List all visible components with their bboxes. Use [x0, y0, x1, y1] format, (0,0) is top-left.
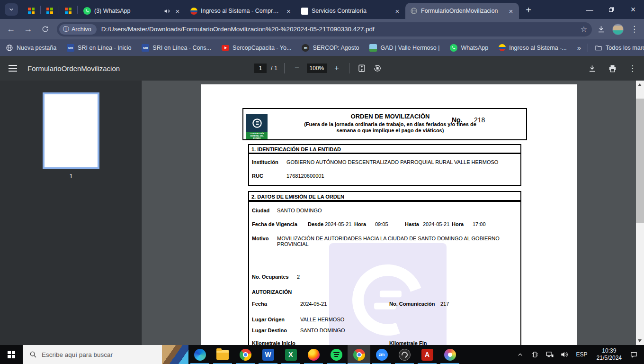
pdf-more-icon[interactable]: ⋮: [628, 64, 636, 73]
tray-expand-chevron[interactable]: [515, 348, 526, 361]
tab-close-icon[interactable]: ×: [393, 7, 402, 15]
file-scheme-chip[interactable]: ⓘ Archivo: [59, 24, 97, 35]
edge-icon: [194, 349, 206, 361]
profile-avatar[interactable]: [612, 24, 624, 35]
file-explorer-icon: [216, 350, 229, 360]
pdf-print-icon[interactable]: [608, 64, 617, 73]
zoom-out-button[interactable]: −: [291, 63, 303, 74]
bookmark-sercopcapacita[interactable]: SercopCapacita - Yo...: [222, 45, 291, 51]
bookmark-nueva-pestana[interactable]: Nueva pestaña: [6, 44, 56, 52]
bookmark-sercop-agosto[interactable]: m SERCOP: Agosto: [302, 44, 359, 52]
action-center-icon[interactable]: [628, 348, 639, 361]
bookmark-gad-valle-hermoso[interactable]: GAD | Valle Hermoso |: [369, 44, 439, 52]
landscape-icon: [369, 44, 377, 52]
pdf-download-icon[interactable]: [588, 64, 597, 73]
scroll-up-arrow[interactable]: [638, 83, 642, 86]
scrollbar-thumb[interactable]: [636, 99, 644, 223]
institucion-label: Institución: [252, 159, 278, 165]
tab-close-icon[interactable]: ×: [507, 7, 515, 15]
taskbar-app-chrome-active[interactable]: [348, 345, 370, 364]
bookmark-whatsapp[interactable]: WhatsApp: [450, 44, 488, 52]
bookmark-label: SRI en Línea - Inicio: [78, 45, 131, 51]
pinned-tab-microsoft-1[interactable]: [23, 3, 39, 19]
taskbar-app-word[interactable]: W: [257, 345, 279, 364]
zoom-icon: zm: [376, 349, 388, 361]
taskbar-app-paint[interactable]: [438, 345, 461, 364]
page-number-input[interactable]: [254, 64, 267, 73]
section1-body: Institución GOBIERNO AUTÓNOMO DESCENTRAL…: [248, 153, 521, 186]
back-button[interactable]: ←: [5, 23, 17, 36]
comunicacion-label: No. Comunicación: [389, 301, 435, 307]
excel-icon: X: [285, 349, 297, 361]
word-icon: W: [262, 349, 274, 361]
institucion-value: GOBIERNO AUTÓNOMO DESCENTRALIZADO PARROQ…: [286, 159, 498, 165]
tab-close-icon[interactable]: ×: [285, 7, 293, 15]
taskbar-app-excel[interactable]: X: [279, 345, 302, 364]
fit-page-button[interactable]: [356, 63, 367, 74]
lugar-destino-label: Lugar Destino: [252, 328, 287, 333]
tray-volume-icon[interactable]: [559, 348, 570, 361]
rotate-button[interactable]: [372, 63, 383, 74]
tab-audio-icon[interactable]: [164, 8, 170, 14]
taskbar-clock[interactable]: 10:39 21/5/2024: [594, 347, 625, 362]
bookmark-ingreso-sistema[interactable]: Ingreso al Sistema -...: [499, 44, 567, 51]
motivo-value: MOVILIZACIÓN DE AUTORIDADES HACIA LA CIU…: [277, 236, 500, 247]
clock-time: 10:39: [602, 347, 616, 354]
km-inicio-label: Kilometraje Inicio: [252, 340, 295, 345]
restore-button[interactable]: [600, 0, 622, 19]
zoom-in-button[interactable]: +: [331, 63, 342, 74]
url-omnibox[interactable]: ⓘ Archivo D:/Users/Master/Downloads/Form…: [57, 22, 592, 36]
bookmark-label: Nueva pestaña: [17, 45, 56, 51]
close-button[interactable]: ×: [622, 0, 644, 19]
microsoft-logo-icon: [46, 8, 53, 14]
zoom-level-display[interactable]: 100%: [307, 64, 327, 73]
tab-search-button[interactable]: [5, 3, 18, 16]
reload-button[interactable]: [39, 23, 51, 36]
bookmark-sri-inicio[interactable]: SRI SRI en Línea - Inicio: [67, 44, 131, 52]
browser-menu-icon[interactable]: ⋮: [630, 24, 638, 34]
start-button[interactable]: [0, 345, 23, 364]
tray-phone-link-icon[interactable]: [529, 348, 541, 361]
bookmark-star-icon[interactable]: ☆: [581, 25, 587, 34]
tab-servicios-contraloria[interactable]: Servicios Contraloría ×: [296, 3, 405, 19]
tab-formulario-active[interactable]: FormularioOrdenMovilizacion ×: [405, 3, 519, 19]
taskbar-app-acrobat[interactable]: A: [416, 345, 438, 364]
viewer-scrollbar[interactable]: [636, 81, 644, 345]
tab-whatsapp[interactable]: (3) WhatsApp ×: [79, 3, 186, 19]
taskbar-app-chrome[interactable]: [234, 345, 257, 364]
tray-network-icon[interactable]: [544, 348, 555, 361]
tab-close-icon[interactable]: ×: [173, 7, 182, 15]
ruc-value: 1768120600001: [286, 173, 324, 179]
divider: [588, 44, 588, 52]
thumbnail-page-number: 1: [43, 173, 99, 180]
scroll-down-arrow[interactable]: [638, 339, 642, 342]
bookmarks-overflow-icon[interactable]: »: [577, 44, 581, 52]
taskbar-app-edge[interactable]: [188, 345, 211, 364]
taskbar-app-spotify[interactable]: [325, 345, 348, 364]
new-tab-button[interactable]: +: [522, 3, 535, 17]
pdf-menu-icon[interactable]: [9, 65, 17, 72]
tab-title: Servicios Contraloría: [312, 8, 390, 14]
all-bookmarks-button[interactable]: Todos los marcadores: [595, 44, 644, 52]
tab-ingreso-sistema[interactable]: Ingreso al Sistema - Compras P ×: [186, 3, 296, 19]
language-indicator[interactable]: ESP: [573, 351, 590, 358]
taskbar-app-firefox[interactable]: [302, 345, 325, 364]
ocupantes-label: No. Ocupantes: [252, 274, 289, 280]
hasta-label: Hasta: [405, 221, 419, 227]
pinned-tab-microsoft-2[interactable]: [42, 3, 58, 19]
taskbar-app-zoom[interactable]: zm: [370, 345, 393, 364]
minimize-button[interactable]: —: [579, 0, 600, 19]
taskbar-search-input[interactable]: [42, 351, 151, 358]
bookmark-sri-consultas[interactable]: SRI SRI en Línea - Cons...: [142, 44, 211, 52]
microsoft-logo-icon: [65, 8, 72, 14]
taskbar-search[interactable]: [23, 345, 188, 364]
taskbar-app-explorer[interactable]: [211, 345, 234, 364]
all-bookmarks-label: Todos los marcadores: [606, 45, 644, 51]
downloads-icon[interactable]: [597, 25, 606, 34]
taskbar-app-obs[interactable]: [393, 345, 416, 364]
pdf-viewer-content: 1 CONTRALORÍA GENERAL DEL ESTADO ORDEN D…: [0, 81, 644, 345]
km-fin-label: Kilometraje Fin: [389, 340, 427, 345]
forward-button[interactable]: →: [22, 23, 34, 36]
page-thumbnail[interactable]: [43, 92, 99, 169]
pinned-tab-microsoft-3[interactable]: [60, 3, 76, 19]
